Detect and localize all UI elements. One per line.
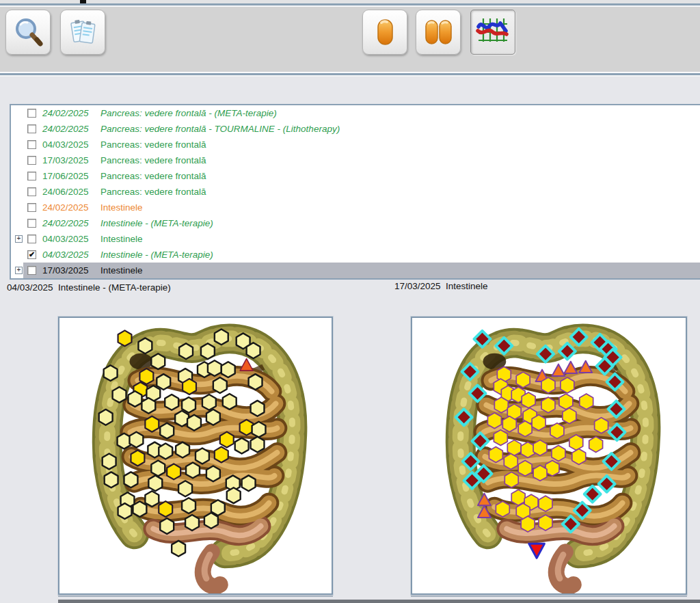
single-capsule-button[interactable]	[362, 10, 407, 55]
exam-row[interactable]: + 24/02/2025 Intestinele - (META-terapie…	[11, 215, 700, 231]
marker-hex	[572, 449, 586, 465]
report-button[interactable]	[60, 10, 105, 55]
marker-hex	[118, 503, 132, 519]
marker-hex	[550, 423, 564, 439]
exam-date: 17/06/2025	[42, 171, 94, 181]
marker-hex	[148, 475, 162, 491]
exam-checkbox[interactable]	[27, 109, 36, 118]
comparison-chart-button[interactable]	[470, 10, 515, 55]
exam-checkbox[interactable]	[27, 156, 36, 165]
marker-hex	[206, 410, 220, 425]
marker-hex	[157, 374, 170, 390]
exam-row[interactable]: + 17/03/2025 Pancreas: vedere frontală	[11, 152, 700, 168]
exam-checkbox[interactable]	[27, 172, 36, 180]
exam-row[interactable]: + ✔ 04/03/2025 Intestinele - (META-terap…	[11, 247, 700, 263]
marker-hex	[518, 460, 532, 476]
exam-checkbox[interactable]	[27, 266, 36, 275]
left-panel-title: 04/03/2025 Intestinele - (META-terapie)	[7, 282, 171, 293]
exam-checkbox[interactable]	[27, 187, 36, 196]
exam-row[interactable]: + 24/02/2025 Pancreas: vedere frontală -…	[11, 121, 700, 137]
marker-hex	[133, 501, 146, 517]
marker-hex	[496, 501, 509, 517]
exam-checkbox[interactable]	[27, 234, 36, 243]
marker-hex	[145, 416, 159, 432]
marker-hex	[129, 432, 143, 448]
exam-label: Pancreas: vedere frontală	[100, 187, 206, 197]
exam-label: Intestinele	[100, 265, 143, 276]
chart-icon	[475, 14, 511, 50]
exam-row[interactable]: + 04/03/2025 Intestinele	[11, 231, 700, 247]
search-button[interactable]	[5, 10, 51, 55]
capsules-icon	[420, 14, 456, 50]
marker-hex	[186, 462, 200, 478]
exam-checkbox[interactable]: ✔	[27, 250, 36, 259]
exam-label: Pancreas: vedere frontală	[100, 155, 206, 165]
marker-hex	[251, 437, 265, 453]
marker-hex	[552, 446, 565, 461]
exam-checkbox[interactable]	[27, 140, 36, 149]
right-panel-title: 17/03/2025 Intestinele	[394, 281, 488, 291]
magnifier-icon	[10, 14, 46, 50]
marker-hex	[489, 447, 502, 463]
exam-date: 04/03/2025	[42, 234, 94, 244]
marker-hex	[139, 368, 153, 384]
marker-hex	[521, 442, 535, 458]
marker-hex	[206, 466, 220, 481]
marker-hex	[215, 329, 228, 345]
divider	[0, 75, 700, 77]
marker-hex	[124, 472, 138, 487]
marker-hex	[204, 513, 218, 528]
marker-hex	[532, 415, 546, 431]
marker-hex	[151, 353, 165, 369]
clipboard-icon	[65, 14, 100, 50]
expand-icon[interactable]: +	[15, 267, 23, 274]
right-result-panel	[411, 317, 687, 595]
exam-row[interactable]: + 17/06/2025 Pancreas: vedere frontală	[11, 168, 700, 184]
marker-hex	[507, 440, 521, 456]
marker-hex	[227, 487, 241, 503]
expand-icon[interactable]: +	[15, 235, 23, 243]
exam-row[interactable]: + 24/02/2025 Pancreas: vedere frontală -…	[11, 105, 700, 121]
marker-hex	[521, 516, 535, 532]
exam-date: 24/02/2025	[42, 108, 94, 118]
exam-date: 17/03/2025	[42, 155, 94, 165]
marker-hex	[165, 394, 178, 410]
marker-tri_up	[240, 359, 253, 371]
left-result-panel	[58, 317, 333, 595]
marker-hex	[220, 432, 234, 448]
marker-hex	[202, 394, 216, 410]
marker-hex	[182, 498, 196, 513]
exam-label: Pancreas: vedere frontală	[100, 139, 206, 150]
marker-hex	[113, 387, 126, 403]
marker-hex	[559, 394, 573, 410]
exam-row[interactable]: + 17/03/2025 Intestinele	[11, 263, 700, 278]
exam-checkbox[interactable]	[27, 219, 36, 228]
marker-hex	[201, 343, 215, 359]
exam-date: 17/03/2025	[42, 265, 94, 276]
exam-date: 24/02/2025	[42, 202, 94, 213]
marker-hex	[494, 430, 507, 446]
exam-checkbox[interactable]	[27, 124, 36, 133]
marker-hex	[504, 454, 517, 470]
exam-label: Pancreas: vedere frontală	[100, 171, 206, 181]
exam-checkbox[interactable]	[27, 203, 36, 212]
marker-hex	[142, 398, 155, 414]
exam-label: Intestinele	[100, 234, 143, 244]
exam-row[interactable]: + 24/02/2025 Intestinele	[11, 200, 700, 215]
double-capsule-button[interactable]	[416, 10, 461, 55]
marker-hex	[182, 397, 196, 413]
marker-hex	[249, 374, 262, 390]
exam-list[interactable]: + 24/02/2025 Pancreas: vedere frontală -…	[10, 104, 700, 280]
exam-row[interactable]: + 24/06/2025 Pancreas: vedere frontală	[11, 184, 700, 200]
marker-hex	[235, 438, 249, 454]
marker-hex	[487, 413, 501, 429]
marker-hex	[539, 496, 552, 511]
marker-hex	[541, 397, 555, 413]
marker-hex	[128, 391, 142, 407]
marker-hex	[247, 343, 260, 358]
exam-row[interactable]: + 04/03/2025 Pancreas: vedere frontală	[11, 137, 700, 152]
marker-hex	[502, 416, 516, 432]
marker-hex	[563, 408, 576, 424]
marker-hex	[105, 472, 118, 487]
marker-hex	[118, 330, 132, 346]
